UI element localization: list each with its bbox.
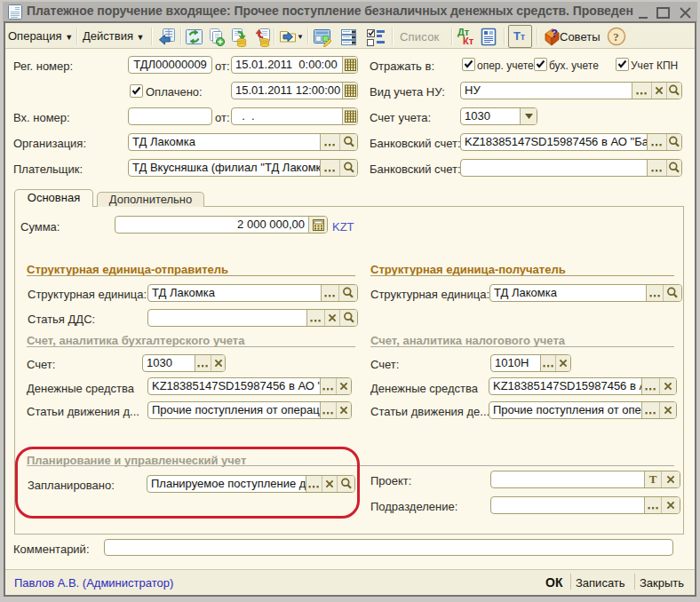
svg-text:?: ? — [551, 27, 558, 40]
svg-text:?: ? — [613, 30, 619, 44]
